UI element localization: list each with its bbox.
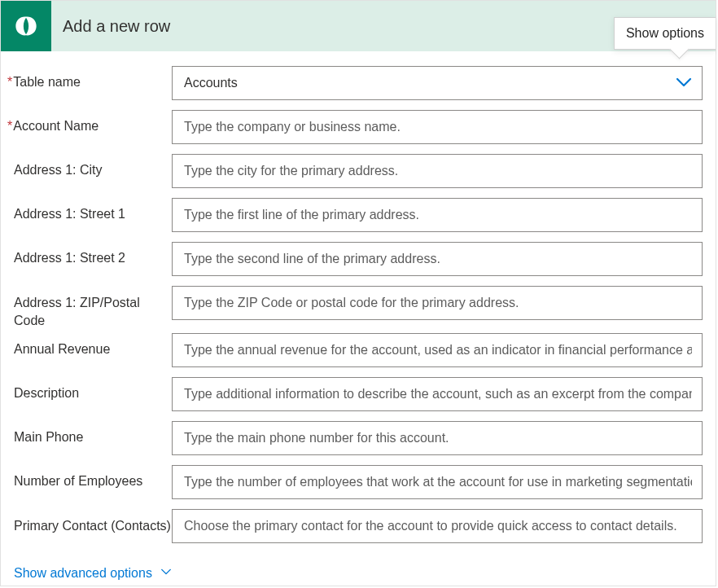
row-addr1-zip: Address 1: ZIP/Postal Code (14, 286, 703, 330)
primary-contact-input[interactable] (172, 509, 703, 543)
addr1-zip-input[interactable] (172, 286, 703, 320)
label-addr1-street1: Address 1: Street 1 (14, 198, 172, 222)
row-table-name: Table name Accounts (14, 66, 703, 100)
addr1-street2-input[interactable] (172, 242, 703, 276)
label-description: Description (14, 377, 172, 402)
table-name-value: Accounts (184, 76, 238, 90)
chevron-down-icon (160, 566, 172, 581)
label-table-name: Table name (7, 66, 172, 90)
table-name-select[interactable]: Accounts (172, 66, 703, 100)
row-main-phone: Main Phone (14, 421, 703, 455)
label-main-phone: Main Phone (14, 421, 172, 445)
description-input[interactable] (172, 377, 703, 411)
label-addr1-street2: Address 1: Street 2 (14, 242, 172, 266)
chevron-down-icon (676, 76, 692, 90)
show-options-tooltip[interactable]: Show options (614, 17, 716, 50)
row-description: Description (14, 377, 703, 411)
row-primary-contact: Primary Contact (Contacts) (14, 509, 703, 543)
main-phone-input[interactable] (172, 421, 703, 455)
label-addr1-zip: Address 1: ZIP/Postal Code (14, 286, 172, 330)
row-account-name: Account Name (14, 110, 703, 144)
show-advanced-options[interactable]: Show advanced options (14, 566, 172, 581)
label-primary-contact: Primary Contact (Contacts) (14, 509, 172, 535)
num-employees-input[interactable] (172, 465, 703, 499)
form-body: Table name Accounts Account Name (1, 51, 716, 581)
addr1-street1-input[interactable] (172, 198, 703, 232)
row-annual-revenue: Annual Revenue (14, 333, 703, 367)
label-addr1-city: Address 1: City (14, 154, 172, 178)
label-annual-revenue: Annual Revenue (14, 333, 172, 358)
label-account-name: Account Name (7, 110, 172, 134)
annual-revenue-input[interactable] (172, 333, 703, 367)
card-title: Add a new row (51, 17, 170, 36)
label-num-employees: Number of Employees (14, 465, 172, 489)
account-name-input[interactable] (172, 110, 703, 144)
row-num-employees: Number of Employees (14, 465, 703, 499)
card: Add a new row Show options Table name Ac… (0, 0, 716, 586)
card-header: Add a new row Show options (1, 1, 716, 51)
row-addr1-city: Address 1: City (14, 154, 703, 188)
row-addr1-street2: Address 1: Street 2 (14, 242, 703, 276)
addr1-city-input[interactable] (172, 154, 703, 188)
dataverse-icon (1, 1, 51, 51)
row-addr1-street1: Address 1: Street 1 (14, 198, 703, 232)
advanced-label: Show advanced options (14, 566, 152, 581)
